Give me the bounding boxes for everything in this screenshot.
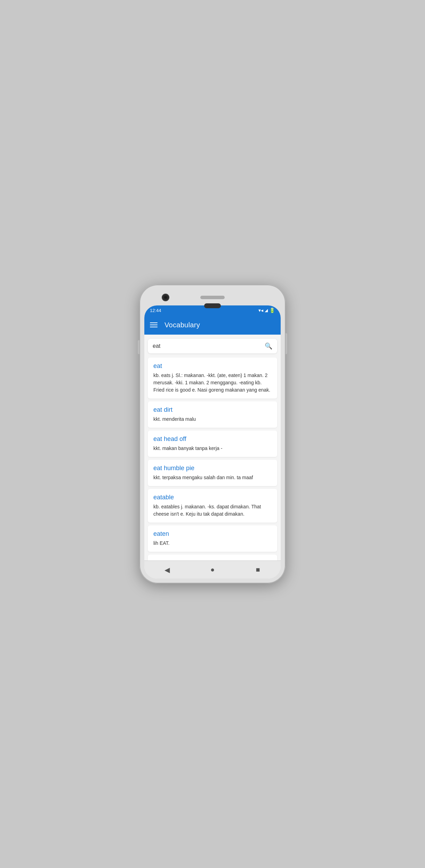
entry-card-eatable: eatable kb. eatables j. makanan. -ks. da…: [148, 489, 277, 523]
entry-definition-eaten: lih EAT.: [153, 540, 272, 547]
earpiece: [204, 303, 221, 308]
search-icon[interactable]: 🔍: [265, 342, 272, 350]
entry-definition-eat-dirt: kkt. menderita malu: [153, 416, 272, 423]
entry-card-eat-head-off: eat head off kkt. makan banyak tanpa ker…: [148, 431, 277, 457]
back-icon: ◀: [165, 566, 170, 574]
entry-definition-eat-humble-pie: kkt. terpaksa mengaku salah dan min. ta …: [153, 474, 272, 481]
status-icons: ▾◂ ◢ 🔋: [258, 308, 275, 313]
menu-button[interactable]: [150, 322, 158, 327]
entry-title-eat-dirt[interactable]: eat dirt: [153, 406, 272, 413]
phone-device: 12:44 ▾◂ ◢ 🔋 Vocabulary 🔍: [139, 285, 286, 583]
back-button[interactable]: ◀: [160, 563, 174, 577]
entry-title-eatable[interactable]: eatable: [153, 494, 272, 501]
wifi-icon: ▾◂: [258, 308, 263, 313]
signal-icon: ◢: [265, 308, 268, 313]
entry-definition-eatable: kb. eatables j. makanan. -ks. dapat dima…: [153, 503, 272, 518]
entry-title-eat[interactable]: eat: [153, 362, 272, 370]
entry-card-eat: eat kb. eats j. Sl.: makanan. -kkt. (ate…: [148, 358, 277, 399]
entry-card-eater: eater kb. pemakan. light e. pemakan yang…: [148, 555, 277, 560]
entry-title-eat-head-off[interactable]: eat head off: [153, 435, 272, 443]
app-bar: Vocabulary: [144, 315, 281, 335]
content-area: 🔍 eat kb. eats j. Sl.: makanan. -kkt. (a…: [144, 335, 281, 560]
hamburger-line-3: [150, 327, 158, 327]
home-icon: ●: [210, 566, 215, 574]
entry-definition-eat-head-off: kkt. makan banyak tanpa kerja -: [153, 445, 272, 452]
phone-screen: 12:44 ▾◂ ◢ 🔋 Vocabulary 🔍: [144, 305, 281, 579]
status-time: 12:44: [150, 308, 161, 313]
battery-icon: 🔋: [269, 308, 275, 313]
app-title: Vocabulary: [165, 321, 200, 329]
entry-title-eaten[interactable]: eaten: [153, 530, 272, 538]
entry-card-eaten: eaten lih EAT.: [148, 525, 277, 552]
bottom-nav: ◀ ● ■: [144, 560, 281, 579]
power-button: [286, 333, 287, 354]
recent-button[interactable]: ■: [251, 563, 265, 577]
recent-icon: ■: [256, 566, 260, 574]
speaker-grille: [200, 296, 225, 299]
hamburger-line-2: [150, 325, 158, 325]
volume-button: [138, 340, 139, 354]
search-bar: 🔍: [148, 339, 277, 353]
entry-card-eat-dirt: eat dirt kkt. menderita malu: [148, 401, 277, 428]
entry-title-eat-humble-pie[interactable]: eat humble pie: [153, 465, 272, 472]
home-button[interactable]: ●: [206, 563, 219, 577]
hamburger-line-1: [150, 322, 158, 323]
search-input[interactable]: [153, 343, 265, 349]
camera-lens: [162, 294, 169, 301]
entry-definition-eat: kb. eats j. Sl.: makanan. -kkt. (ate, ea…: [153, 372, 272, 394]
entry-card-eat-humble-pie: eat humble pie kkt. terpaksa mengaku sal…: [148, 460, 277, 486]
